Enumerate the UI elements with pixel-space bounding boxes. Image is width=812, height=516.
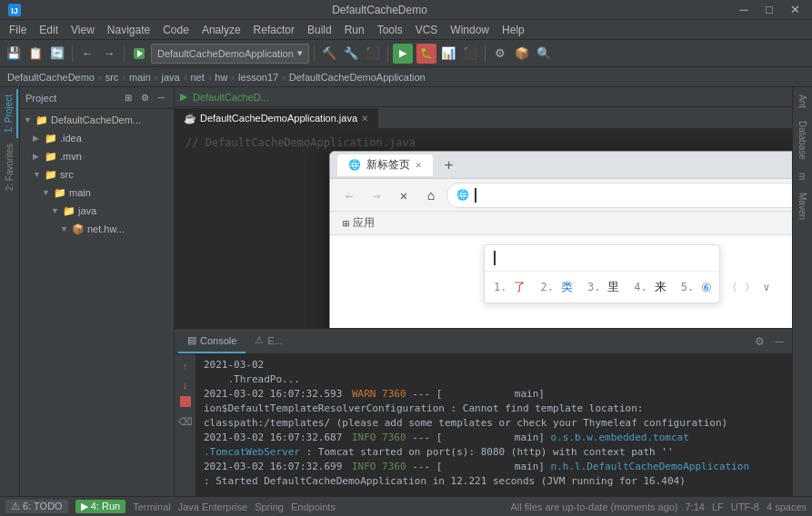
endpoints-tab-btn[interactable]: Endpoints	[291, 501, 336, 512]
search-input-area[interactable]	[485, 245, 719, 271]
java-enterprise-tab-btn[interactable]: Java Enterprise	[178, 501, 247, 512]
right-tab-database[interactable]: Database	[795, 115, 810, 165]
todo-tab-btn[interactable]: ⚠ 6: TODO	[5, 500, 68, 513]
spring-tab-btn[interactable]: Spring	[255, 501, 284, 512]
menu-refactor[interactable]: Refactor	[248, 22, 300, 38]
browser-new-tab-btn[interactable]: +	[436, 153, 462, 178]
menu-view[interactable]: View	[65, 22, 100, 38]
stop-run-btn[interactable]: ⬛	[460, 44, 480, 64]
sidebar-tab-project[interactable]: 1: Project	[1, 89, 18, 138]
suggestion-prev-btn[interactable]: 〈	[727, 280, 737, 295]
forward-btn[interactable]: →	[99, 44, 119, 64]
menu-navigate[interactable]: Navigate	[102, 22, 155, 38]
breadcrumb-item-7[interactable]: DefaultCacheDemoApplication	[289, 72, 426, 83]
editor-tab-main[interactable]: ☕ DefaultCacheDemoApplication.java ✕	[175, 108, 378, 128]
tree-mvn[interactable]: ▶ 📁 .mvn	[20, 147, 174, 165]
browser-back-btn[interactable]: ←	[337, 184, 361, 207]
menu-run[interactable]: Run	[339, 22, 370, 38]
bp-controls: ⚙ ─	[750, 332, 788, 351]
right-tab-ant[interactable]: Ant	[795, 89, 810, 114]
window-title: DefaultCacheDemo	[25, 4, 734, 16]
menu-analyze[interactable]: Analyze	[196, 22, 246, 38]
bookmark-apps[interactable]: ⊞ 应用	[337, 213, 380, 233]
menu-tools[interactable]: Tools	[372, 22, 408, 38]
project-panel-expand-btn[interactable]: ⊞	[121, 91, 135, 105]
sidebar-tab-favorites[interactable]: 2: Favorites	[2, 138, 17, 196]
breadcrumb-item-4[interactable]: net	[190, 72, 204, 83]
browser-bookmarks-bar: ⊞ 应用	[330, 212, 792, 235]
menu-build[interactable]: Build	[302, 22, 337, 38]
breadcrumb-item-2[interactable]: main	[129, 72, 151, 83]
back-btn[interactable]: ←	[77, 44, 97, 64]
run-config-dropdown[interactable]: DefaultCacheDemoApplication ▾	[151, 44, 309, 64]
breadcrumb-item-3[interactable]: java	[162, 72, 180, 83]
browser-address-bar[interactable]: 🌐 ★ 👤 ⋮	[446, 183, 792, 208]
build-btn[interactable]: 🔨	[319, 44, 339, 64]
menu-edit[interactable]: Edit	[34, 22, 64, 38]
tree-nethw[interactable]: ▼ 📦 net.hw...	[20, 220, 174, 238]
menu-bar: File Edit View Navigate Code Analyze Ref…	[0, 20, 812, 40]
stop-build-btn[interactable]: ⬛	[363, 44, 383, 64]
menu-file[interactable]: File	[4, 22, 32, 38]
title-bar: IJ DefaultCacheDemo ─ □ ✕	[0, 0, 812, 20]
editor-tab-close-btn[interactable]: ✕	[361, 114, 368, 124]
console-scroll-up-btn[interactable]: ↑	[177, 358, 194, 374]
right-tab-maven[interactable]: Maven	[795, 187, 810, 225]
console-clear-btn[interactable]: ⌫	[177, 413, 194, 430]
tree-src[interactable]: ▼ 📁 src	[20, 165, 174, 184]
terminal-tab-btn[interactable]: Terminal	[133, 501, 171, 512]
tree-root[interactable]: ▼ 📁 DefaultCacheDem...	[20, 111, 174, 129]
save-btn[interactable]: 💾	[4, 44, 24, 64]
sdk-btn[interactable]: 📦	[512, 44, 532, 64]
project-panel-title: Project	[25, 93, 56, 104]
menu-vcs[interactable]: VCS	[410, 22, 444, 38]
tree-idea[interactable]: ▶ 📁 .idea	[20, 129, 174, 147]
breadcrumb-item-0[interactable]: DefaultCacheDemo	[7, 72, 95, 83]
right-tab-m[interactable]: m	[795, 167, 810, 185]
run-button[interactable]: ▶	[393, 44, 413, 64]
project-panel-settings-btn[interactable]: ─	[154, 91, 168, 105]
search-btn[interactable]: 🔍	[534, 44, 554, 64]
save-all-btn[interactable]: 📋	[25, 44, 45, 64]
app-icon: IJ	[7, 3, 22, 17]
log-line-4: ion$DefaultTemplateResolverConfiguration…	[204, 402, 785, 416]
rebuild-btn[interactable]: 🔧	[341, 44, 361, 64]
status-encoding[interactable]: UTF-8	[731, 501, 759, 512]
breadcrumb-item-6[interactable]: lesson17	[238, 72, 278, 83]
tree-main[interactable]: ▼ 📁 main	[20, 184, 174, 202]
suggestion-item-0[interactable]: 1. 了 2. 类 3. 里 4. 来 5. ⑥	[485, 275, 719, 299]
status-line-ending[interactable]: LF	[712, 501, 724, 512]
maximize-button[interactable]: □	[759, 0, 779, 20]
suggestion-next-btn[interactable]: 〉	[745, 280, 756, 295]
browser-tab-newtab[interactable]: 🌐 新标签页 ✕	[337, 154, 433, 176]
menu-help[interactable]: Help	[496, 22, 530, 38]
run-indicator-icon: ▶	[180, 91, 187, 103]
console-scroll-down-btn[interactable]: ↓	[177, 377, 194, 393]
settings-btn[interactable]: ⚙	[490, 44, 510, 64]
browser-forward-btn[interactable]: →	[365, 184, 388, 207]
close-button[interactable]: ✕	[785, 0, 805, 20]
breadcrumb-sep-3: ›	[155, 72, 158, 83]
minimize-button[interactable]: ─	[734, 0, 754, 20]
sync-btn[interactable]: 🔄	[47, 44, 67, 64]
coverage-btn[interactable]: 📊	[438, 44, 458, 64]
console-stop-btn[interactable]	[180, 396, 191, 407]
tree-java[interactable]: ▼ 📁 java	[20, 202, 174, 220]
run-tab-btn[interactable]: ▶ 4: Run	[75, 500, 125, 513]
browser-reload-btn[interactable]: ✕	[392, 184, 416, 207]
status-indent[interactable]: 4 spaces	[767, 501, 807, 512]
breadcrumb-item-1[interactable]: src	[105, 72, 119, 83]
bp-tab-errors[interactable]: ⚠ E...	[246, 330, 292, 353]
browser-tab-close-btn[interactable]: ✕	[416, 159, 422, 171]
menu-code[interactable]: Code	[157, 22, 195, 38]
status-position[interactable]: 7:14	[686, 501, 705, 512]
debug-button[interactable]: 🐛	[416, 44, 436, 64]
bp-gear-btn[interactable]: ⚙	[750, 332, 768, 351]
breadcrumb-item-5[interactable]: hw	[215, 72, 227, 83]
menu-window[interactable]: Window	[445, 22, 495, 38]
bp-tab-console[interactable]: ▤ Console	[178, 330, 246, 353]
browser-home-btn[interactable]: ⌂	[419, 184, 443, 207]
bp-minimize-btn[interactable]: ─	[770, 332, 788, 351]
suggestion-expand-btn[interactable]: ∨	[763, 281, 769, 293]
project-panel-gear-btn[interactable]: ⚙	[137, 91, 152, 105]
